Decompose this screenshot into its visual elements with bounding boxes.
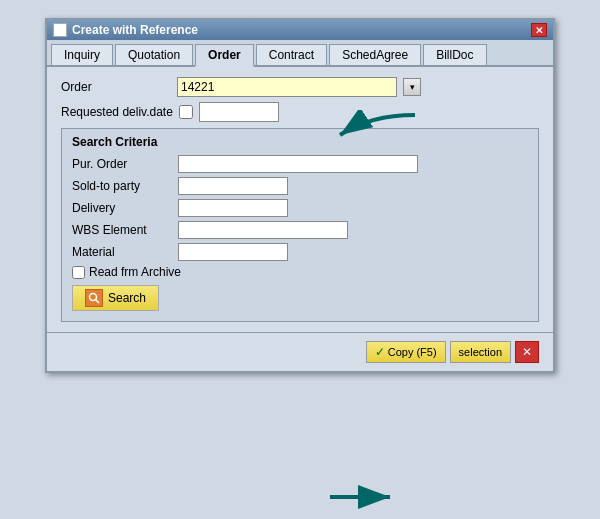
material-label: Material — [72, 245, 172, 259]
deliv-date-row: Requested deliv.date — [61, 102, 539, 122]
sold-to-party-label: Sold-to party — [72, 179, 172, 193]
archive-checkbox[interactable] — [72, 266, 85, 279]
pur-order-row: Pur. Order — [72, 155, 528, 173]
title-bar: ⊞ Create with Reference ✕ — [47, 20, 553, 40]
deliv-date-checkbox[interactable] — [179, 105, 193, 119]
pur-order-input[interactable] — [178, 155, 418, 173]
wbs-element-label: WBS Element — [72, 223, 172, 237]
sold-to-party-row: Sold-to party — [72, 177, 528, 195]
search-criteria-title: Search Criteria — [72, 135, 528, 149]
copy-shortcut: (F5) — [416, 346, 436, 358]
bottom-bar: ✓ Copy (F5) selection ✕ — [47, 332, 553, 371]
search-icon — [85, 289, 103, 307]
archive-row: Read frm Archive — [72, 265, 528, 279]
cancel-icon: ✕ — [522, 345, 532, 359]
window-icon: ⊞ — [53, 23, 67, 37]
material-row: Material — [72, 243, 528, 261]
search-criteria-box: Search Criteria Pur. Order Sold-to party… — [61, 128, 539, 322]
order-input[interactable] — [177, 77, 397, 97]
search-button-label: Search — [108, 291, 146, 305]
copy-button[interactable]: ✓ Copy (F5) — [366, 341, 446, 363]
tab-inquiry[interactable]: Inquiry — [51, 44, 113, 65]
window-title: Create with Reference — [72, 23, 198, 37]
archive-label: Read frm Archive — [89, 265, 181, 279]
cancel-button[interactable]: ✕ — [515, 341, 539, 363]
order-lookup-button[interactable]: ▾ — [403, 78, 421, 96]
wbs-element-row: WBS Element — [72, 221, 528, 239]
tab-order[interactable]: Order — [195, 44, 254, 67]
tab-contract[interactable]: Contract — [256, 44, 327, 65]
selection-button[interactable]: selection — [450, 341, 511, 363]
selection-button-label: selection — [459, 346, 502, 358]
material-input[interactable] — [178, 243, 288, 261]
tab-billdoc[interactable]: BillDoc — [423, 44, 486, 65]
svg-line-3 — [96, 300, 100, 304]
delivery-input[interactable] — [178, 199, 288, 217]
order-row: Order ▾ — [61, 77, 539, 97]
copy-button-label: Copy — [388, 346, 414, 358]
sold-to-party-input[interactable] — [178, 177, 288, 195]
deliv-date-input[interactable] — [199, 102, 279, 122]
search-button[interactable]: Search — [72, 285, 159, 311]
wbs-element-input[interactable] — [178, 221, 348, 239]
pur-order-label: Pur. Order — [72, 157, 172, 171]
deliv-date-label: Requested deliv.date — [61, 105, 173, 119]
order-label: Order — [61, 80, 171, 94]
close-button[interactable]: ✕ — [531, 23, 547, 37]
tab-quotation[interactable]: Quotation — [115, 44, 193, 65]
delivery-label: Delivery — [72, 201, 172, 215]
delivery-row: Delivery — [72, 199, 528, 217]
tab-schedagree[interactable]: SchedAgree — [329, 44, 421, 65]
svg-point-2 — [90, 294, 97, 301]
check-icon: ✓ — [375, 345, 385, 359]
tab-bar: Inquiry Quotation Order Contract SchedAg… — [47, 40, 553, 67]
